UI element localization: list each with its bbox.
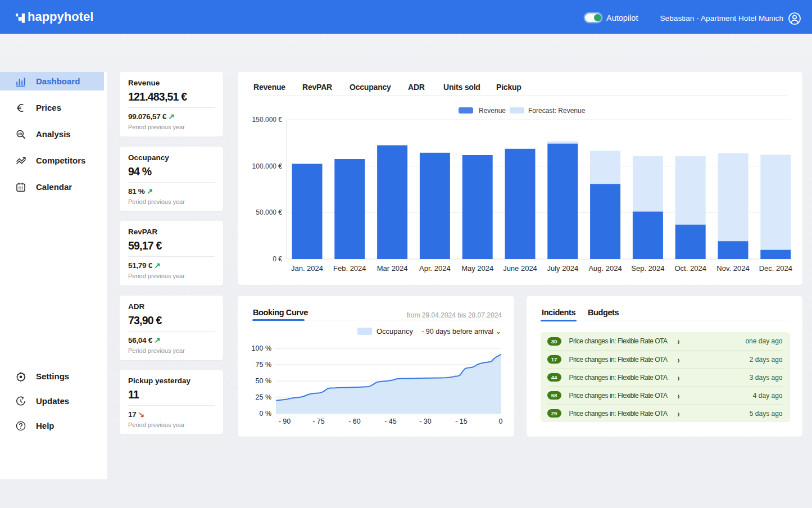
svg-text:100 %: 100 % <box>252 344 271 352</box>
svg-text:Jan. 2024: Jan. 2024 <box>291 264 323 273</box>
svg-text:0 €: 0 € <box>273 255 282 263</box>
svg-text:Aug. 2024: Aug. 2024 <box>588 264 622 273</box>
svg-text:Occupancy: Occupancy <box>376 327 414 335</box>
svg-text:June 2024: June 2024 <box>503 264 537 273</box>
svg-text:Oct. 2024: Oct. 2024 <box>675 264 706 273</box>
svg-text:75 %: 75 % <box>256 361 272 369</box>
svg-text:- 60: - 60 <box>348 418 361 425</box>
svg-text:- 90: - 90 <box>279 418 291 425</box>
svg-text:50 %: 50 % <box>256 377 272 385</box>
svg-text:- 15: - 15 <box>455 418 468 425</box>
svg-text:25 %: 25 % <box>256 393 272 401</box>
svg-text:0: 0 <box>499 418 503 425</box>
svg-text:- 75: - 75 <box>312 418 325 425</box>
svg-text:Apr. 2024: Apr. 2024 <box>419 264 451 273</box>
svg-text:150.000 €: 150.000 € <box>252 116 283 124</box>
svg-text:Feb. 2024: Feb. 2024 <box>333 264 366 273</box>
svg-text:May 2024: May 2024 <box>461 264 493 273</box>
svg-text:Mar 2024: Mar 2024 <box>377 264 408 273</box>
svg-text:- 90 days before arrival ⌄: - 90 days before arrival ⌄ <box>421 328 501 335</box>
svg-text:- 30: - 30 <box>419 418 432 425</box>
svg-text:Dec. 2024: Dec. 2024 <box>759 264 792 273</box>
svg-text:Nov. 2024: Nov. 2024 <box>716 264 749 273</box>
svg-text:100.000 €: 100.000 € <box>252 162 283 170</box>
svg-text:50.000 €: 50.000 € <box>256 208 282 216</box>
svg-text:Sep. 2024: Sep. 2024 <box>631 264 664 273</box>
svg-text:0 %: 0 % <box>259 410 271 418</box>
svg-text:July 2024: July 2024 <box>547 264 578 273</box>
svg-text:- 45: - 45 <box>384 418 397 425</box>
